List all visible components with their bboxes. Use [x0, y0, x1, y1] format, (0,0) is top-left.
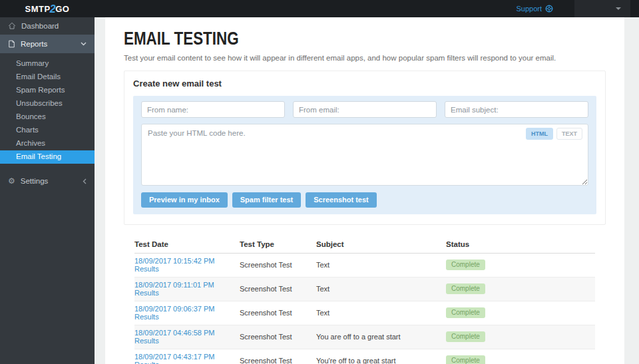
sidebar-subitem-label: Spam Reports — [16, 86, 65, 94]
col-header-test-type: Test Type — [240, 236, 316, 254]
results-link[interactable]: Results — [134, 265, 159, 273]
html-mode-button[interactable]: HTML — [526, 128, 553, 140]
screenshot-test-button[interactable]: Screenshot test — [306, 192, 377, 208]
sidebar-item-summary[interactable]: Summary — [0, 57, 95, 71]
test-date-link[interactable]: 18/09/2017 04:43:17 PM — [134, 353, 214, 361]
page-subtitle: Test your email content to see how it wi… — [124, 54, 606, 62]
logo-part-2: 2 — [50, 1, 56, 18]
caret-down-icon — [616, 7, 621, 10]
account-dropdown[interactable] — [574, 0, 630, 17]
status-badge: Complete — [446, 283, 485, 294]
table-row: 18/09/2017 09:06:37 PM Results Screensho… — [134, 301, 595, 325]
table-row: 18/09/2017 10:15:42 PM Results Screensho… — [134, 254, 595, 277]
test-date-link[interactable]: 18/09/2017 04:46:58 PM — [134, 329, 214, 337]
sidebar-item-label: Reports — [21, 40, 75, 48]
page-title: EMAIL TESTING — [124, 28, 509, 49]
smtp2go-logo[interactable]: SMTP2GO — [0, 0, 95, 18]
sidebar-item-unsubscribes[interactable]: Unsubscribes — [0, 97, 95, 110]
main-area: EMAIL TESTING Test your email content to… — [95, 17, 639, 364]
sidebar-item-settings[interactable]: ⚙ Settings — [0, 172, 95, 190]
sidebar-subitem-label: Unsubscribes — [16, 99, 63, 107]
table-row: 18/09/2017 09:11:01 PM Results Screensho… — [134, 277, 595, 301]
lifebuoy-icon — [545, 5, 553, 13]
chevron-down-icon — [81, 42, 87, 46]
create-test-section: Create new email test HTML TEXT Preview … — [124, 71, 606, 225]
test-results-table-wrap: Test Date Test Type Subject Status 18/09… — [124, 236, 606, 364]
chevron-left-icon — [83, 178, 87, 184]
table-row: 18/09/2017 04:46:58 PM Results Screensho… — [134, 325, 595, 349]
sidebar: Dashboard Reports Summary Email Details … — [0, 17, 95, 364]
results-link[interactable]: Results — [134, 289, 159, 297]
test-type-cell: Screenshot Test — [240, 325, 316, 349]
test-table-body: 18/09/2017 10:15:42 PM Results Screensho… — [134, 254, 595, 364]
spam-filter-test-button[interactable]: Spam filter test — [232, 192, 301, 208]
test-type-cell: Screenshot Test — [240, 301, 316, 325]
from-name-input[interactable] — [141, 101, 285, 118]
col-header-subject: Subject — [316, 236, 446, 254]
subject-cell: You're off to a great start — [316, 349, 446, 364]
support-label: Support — [516, 5, 542, 13]
sidebar-item-label: Dashboard — [21, 22, 87, 30]
sidebar-item-email-testing[interactable]: Email Testing — [0, 150, 95, 164]
reports-subnav: Summary Email Details Spam Reports Unsub… — [0, 53, 95, 168]
results-link[interactable]: Results — [134, 337, 159, 345]
table-row: 18/09/2017 04:43:17 PM Results Screensho… — [134, 349, 595, 364]
subject-cell: You are off to a great start — [316, 325, 446, 349]
test-type-cell: Screenshot Test — [240, 254, 316, 277]
results-link[interactable]: Results — [134, 361, 159, 364]
sidebar-subitem-label: Email Details — [16, 73, 61, 81]
test-type-cell: Screenshot Test — [240, 277, 316, 301]
test-results-table: Test Date Test Type Subject Status 18/09… — [134, 236, 595, 364]
sidebar-item-dashboard[interactable]: Dashboard — [0, 17, 95, 35]
status-badge: Complete — [446, 260, 485, 270]
sidebar-subitem-label: Email Testing — [16, 152, 61, 160]
preview-inbox-button[interactable]: Preview in my inbox — [141, 192, 228, 208]
test-date-link[interactable]: 18/09/2017 09:06:37 PM — [134, 305, 214, 313]
gear-icon: ⚙ — [8, 178, 15, 184]
test-date-link[interactable]: 18/09/2017 10:15:42 PM — [134, 257, 214, 265]
document-icon — [8, 40, 15, 48]
col-header-test-date: Test Date — [134, 236, 240, 254]
sidebar-subitem-label: Bounces — [16, 112, 46, 120]
sidebar-item-charts[interactable]: Charts — [0, 124, 95, 137]
sidebar-item-bounces[interactable]: Bounces — [0, 110, 95, 124]
sidebar-subitem-label: Charts — [16, 126, 39, 134]
status-badge: Complete — [446, 355, 485, 364]
from-email-input[interactable] — [293, 101, 437, 118]
subject-cell: Text — [316, 301, 446, 325]
subject-cell: Text — [316, 254, 446, 277]
topbar: SMTP2GO Support — [0, 0, 639, 17]
html-code-textarea[interactable] — [141, 124, 588, 186]
email-subject-input[interactable] — [445, 101, 588, 118]
status-badge: Complete — [446, 331, 485, 342]
sidebar-subitem-label: Summary — [16, 59, 49, 67]
test-date-link[interactable]: 18/09/2017 09:11:01 PM — [134, 281, 214, 289]
subject-cell: Text — [316, 277, 446, 301]
section-heading: Create new email test — [133, 79, 596, 89]
sidebar-item-reports[interactable]: Reports — [0, 35, 95, 53]
sidebar-item-label: Settings — [21, 177, 77, 185]
content-card: EMAIL TESTING Test your email content to… — [105, 17, 624, 364]
status-badge: Complete — [446, 307, 485, 318]
support-link[interactable]: Support — [516, 5, 553, 13]
logo-part-go: GO — [55, 4, 69, 14]
email-test-form: HTML TEXT Preview in my inbox Spam filte… — [133, 96, 596, 214]
test-type-cell: Screenshot Test — [240, 349, 316, 364]
sidebar-item-spam-reports[interactable]: Spam Reports — [0, 84, 95, 97]
sidebar-item-archives[interactable]: Archives — [0, 137, 95, 150]
col-header-status: Status — [446, 236, 595, 254]
text-mode-button[interactable]: TEXT — [556, 128, 582, 140]
logo-part-smtp: SMTP — [25, 4, 51, 14]
sidebar-item-email-details[interactable]: Email Details — [0, 71, 95, 84]
results-link[interactable]: Results — [134, 313, 159, 321]
home-icon — [8, 22, 16, 30]
sidebar-subitem-label: Archives — [16, 139, 45, 147]
